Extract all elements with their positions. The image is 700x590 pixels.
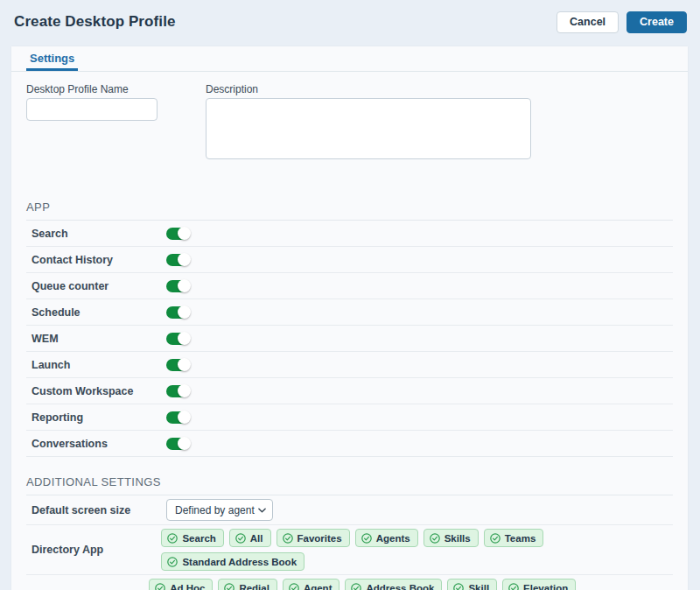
check-circle-icon — [283, 533, 293, 544]
chevron-down-icon — [258, 508, 266, 513]
select-value: Defined by agent — [175, 504, 255, 516]
custom-workspace-toggle[interactable] — [166, 384, 192, 398]
chip-search[interactable]: Search — [161, 529, 223, 547]
toggle-knob — [178, 437, 191, 450]
check-circle-icon — [430, 533, 440, 544]
chip-label: Favorites — [298, 533, 342, 544]
toggle-label: Search — [26, 228, 166, 240]
toggle-knob — [178, 306, 191, 319]
check-circle-icon — [361, 533, 372, 544]
chip-label: Standard Address Book — [182, 557, 297, 567]
description-field: Description — [206, 83, 531, 163]
chip-ad-hoc[interactable]: Ad Hoc — [149, 579, 213, 590]
directory-app-row: Directory App Search All Favorites Agent… — [26, 525, 673, 575]
toggle-label: WEM — [26, 333, 166, 345]
app-section-title: APP — [26, 196, 673, 221]
chip-agents[interactable]: Agents — [355, 529, 418, 547]
default-screen-size-label: Default screen size — [26, 504, 166, 516]
chip-label: Skills — [444, 533, 471, 544]
chip-all[interactable]: All — [229, 529, 271, 547]
cancel-button[interactable]: Cancel — [556, 11, 619, 33]
check-circle-icon — [351, 583, 361, 590]
toggle-knob — [178, 358, 191, 371]
toggle-label: Launch — [26, 359, 166, 371]
wem-toggle[interactable] — [166, 332, 192, 346]
chip-label: Search — [182, 533, 215, 544]
directory-app-label: Directory App — [26, 544, 161, 556]
settings-card: Settings Desktop Profile Name Descriptio… — [11, 46, 688, 590]
description-textarea[interactable] — [206, 98, 531, 159]
toggle-row-wem: WEM — [26, 326, 673, 352]
additional-settings-title: ADDITIONAL SETTINGS — [26, 471, 673, 495]
header-actions: Cancel Create — [556, 11, 687, 33]
toggle-knob — [178, 332, 191, 345]
chip-teams[interactable]: Teams — [484, 529, 544, 547]
profile-name-field: Desktop Profile Name — [26, 83, 158, 163]
page-title: Create Desktop Profile — [14, 13, 176, 31]
check-circle-icon — [155, 583, 165, 590]
chip-skills[interactable]: Skills — [424, 529, 479, 547]
toggle-row-queue-counter: Queue counter — [26, 273, 673, 299]
chip-label: Elevation — [523, 583, 568, 590]
conversations-toggle[interactable] — [166, 437, 192, 451]
chip-label: Skill — [468, 583, 489, 590]
check-circle-icon — [167, 533, 178, 544]
toggle-knob — [178, 253, 191, 266]
chip-favorites[interactable]: Favorites — [276, 529, 350, 547]
toggle-knob — [178, 279, 191, 292]
toggle-knob — [178, 227, 191, 240]
chip-label: Teams — [505, 533, 536, 544]
tab-bar: Settings — [11, 46, 688, 72]
toggle-knob — [178, 411, 191, 424]
chip-label: All — [250, 533, 263, 544]
contact-history-toggle[interactable] — [166, 253, 192, 267]
chip-agent[interactable]: Agent — [283, 579, 340, 590]
check-circle-icon — [490, 533, 500, 544]
chip-elevation[interactable]: Elevation — [502, 579, 576, 590]
toggle-label: Reporting — [26, 411, 166, 424]
toggle-label: Contact History — [26, 254, 166, 266]
toggle-row-launch: Launch — [26, 352, 673, 378]
toggle-row-conversations: Conversations — [26, 431, 673, 457]
default-screen-size-row: Default screen size Defined by agent — [26, 495, 673, 525]
chip-label: Address Book — [366, 583, 434, 590]
check-circle-icon — [453, 583, 464, 590]
default-screen-size-select[interactable]: Defined by agent — [166, 499, 273, 521]
app-toggle-list: Search Contact History Queue counter Sch… — [26, 221, 673, 457]
queue-counter-toggle[interactable] — [166, 279, 192, 293]
check-circle-icon — [167, 557, 178, 567]
profile-name-input[interactable] — [26, 98, 158, 121]
check-circle-icon — [289, 583, 299, 590]
directory-app-chips: Search All Favorites Agents Skills Teams… — [161, 529, 673, 571]
toggle-row-contact-history: Contact History — [26, 247, 673, 273]
toggle-row-custom-workspace: Custom Workspace — [26, 378, 673, 404]
profile-form: Desktop Profile Name Description — [26, 72, 673, 163]
chip-label: Agent — [304, 583, 332, 590]
chip-address-book[interactable]: Address Book — [345, 579, 442, 590]
toggle-row-search: Search — [26, 221, 673, 247]
profile-name-label: Desktop Profile Name — [26, 83, 158, 95]
search-toggle[interactable] — [166, 227, 192, 241]
create-button[interactable]: Create — [626, 11, 687, 33]
launch-toggle[interactable] — [166, 358, 192, 372]
toggle-row-reporting: Reporting — [26, 404, 673, 431]
chip-label: Ad Hoc — [170, 583, 205, 590]
toggle-label: Custom Workspace — [26, 385, 166, 397]
chip-label: Redial — [239, 583, 270, 590]
reporting-toggle[interactable] — [166, 411, 192, 425]
toggle-label: Queue counter — [26, 280, 166, 292]
chip-skill[interactable]: Skill — [447, 579, 497, 590]
chip-standard-address-book[interactable]: Standard Address Book — [161, 552, 304, 571]
description-label: Description — [206, 83, 531, 95]
chip-redial[interactable]: Redial — [218, 579, 277, 590]
toggle-knob — [178, 384, 191, 397]
schedule-toggle[interactable] — [166, 306, 192, 320]
outbound-calling-chips: Ad Hoc Redial Agent Address Book Skill E… — [149, 579, 673, 590]
check-circle-icon — [224, 583, 234, 590]
check-circle-icon — [508, 583, 519, 590]
chip-label: Agents — [376, 533, 410, 544]
page-header: Create Desktop Profile Cancel Create — [0, 0, 700, 44]
toggle-label: Schedule — [26, 306, 166, 319]
tab-settings[interactable]: Settings — [26, 46, 78, 71]
toggle-label: Conversations — [26, 438, 166, 450]
